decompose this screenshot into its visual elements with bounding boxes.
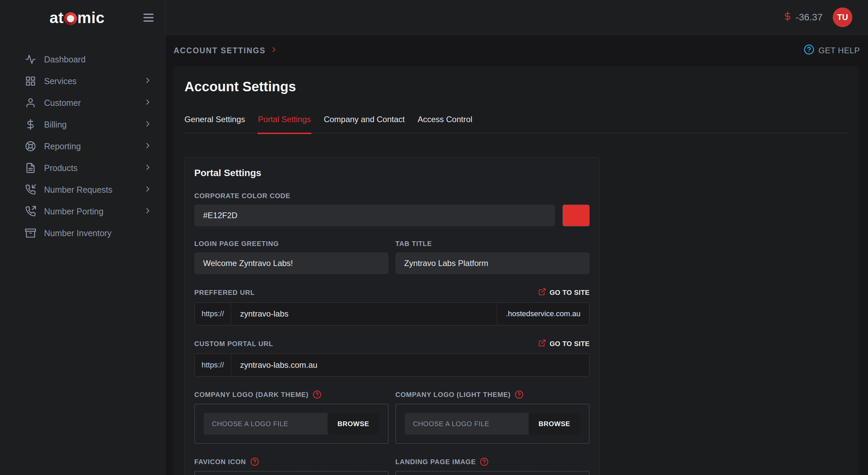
tab-title-label: TAB TITLE	[395, 240, 590, 248]
logo-text-left: at	[50, 8, 64, 27]
sidebar-header: at mic	[0, 0, 165, 35]
sidebar-nav: Dashboard Services Customer Billin	[0, 49, 165, 244]
landing-image-label: LANDING PAGE IMAGE	[395, 458, 476, 466]
file-text-icon	[25, 163, 36, 173]
custom-portal-url-input[interactable]	[231, 354, 589, 376]
help-circle-icon[interactable]	[313, 390, 321, 399]
logo-text-right: mic	[77, 8, 105, 27]
page-title: Account Settings	[184, 79, 848, 94]
chevron-right-icon	[270, 45, 278, 56]
portal-settings-card: Portal Settings CORPORATE COLOR CODE LOG…	[184, 157, 599, 475]
sidebar-item-customer[interactable]: Customer	[0, 92, 165, 114]
url-domain-suffix: .hostedservice.com.au	[497, 303, 589, 325]
company-logo-section: COMPANY LOGO (DARK THEME) CHOOSE A LOGO …	[194, 390, 590, 444]
sidebar-item-number-porting[interactable]: Number Porting	[0, 201, 165, 222]
tab-bar: General Settings Portal Settings Company…	[184, 115, 848, 133]
breadcrumb-label: ACCOUNT SETTINGS	[174, 46, 266, 55]
company-logo-dark-dropzone[interactable]: CHOOSE A LOGO FILE BROWSE	[194, 404, 389, 444]
favicon-dropzone[interactable]: CHOOSE AN ICON FILE BROWSE	[194, 471, 389, 475]
sidebar-item-services[interactable]: Services	[0, 70, 165, 92]
grid-icon	[25, 76, 36, 87]
preferred-url-label: PREFFERED URL	[194, 289, 255, 297]
sidebar-item-number-inventory[interactable]: Number Inventory	[0, 222, 165, 244]
custom-url-go-to-site-link[interactable]: GO TO SITE	[538, 339, 590, 349]
tab-title-input[interactable]	[395, 252, 590, 274]
company-logo-dark-label: COMPANY LOGO (DARK THEME)	[194, 391, 309, 399]
chevron-right-icon	[143, 119, 152, 130]
account-balance[interactable]: -36.37	[783, 12, 823, 23]
chevron-right-icon	[143, 76, 152, 86]
custom-portal-url-section: CUSTOM PORTAL URL GO TO SITE https://	[194, 339, 590, 377]
archive-icon	[25, 228, 36, 239]
custom-portal-url-label: CUSTOM PORTAL URL	[194, 340, 273, 348]
corporate-color-section: CORPORATE COLOR CODE	[194, 192, 590, 226]
company-logo-dark-field-group: COMPANY LOGO (DARK THEME) CHOOSE A LOGO …	[194, 390, 389, 444]
landing-image-field-group: LANDING PAGE IMAGE CHOOSE AN IMAGE FILE …	[395, 457, 590, 475]
custom-portal-url-group: https://	[194, 354, 590, 377]
sidebar-item-billing[interactable]: Billing	[0, 114, 165, 135]
file-placeholder: CHOOSE A LOGO FILE	[204, 413, 328, 435]
chevron-right-icon	[143, 141, 152, 151]
color-swatch[interactable]	[563, 205, 590, 226]
phone-incoming-icon	[25, 184, 36, 195]
tab-title-field-group: TAB TITLE	[395, 240, 590, 274]
app-root: at mic Dashboard Services	[0, 0, 868, 475]
help-circle-icon[interactable]	[250, 457, 259, 466]
get-help-label: GET HELP	[818, 46, 860, 55]
landing-image-dropzone[interactable]: CHOOSE AN IMAGE FILE BROWSE	[395, 471, 590, 475]
sidebar-item-products[interactable]: Products	[0, 157, 165, 179]
card-title: Portal Settings	[194, 168, 590, 178]
topbar: -36.37 TU	[165, 0, 868, 35]
chevron-right-icon	[143, 163, 152, 173]
dollar-icon	[783, 12, 792, 23]
content-panel: Account Settings General Settings Portal…	[173, 66, 859, 475]
browse-button[interactable]: BROWSE	[529, 413, 580, 435]
tab-company-and-contact[interactable]: Company and Contact	[324, 115, 405, 124]
preferred-url-input[interactable]	[231, 303, 497, 325]
sidebar-item-reporting[interactable]: Reporting	[0, 135, 165, 157]
user-icon	[25, 97, 36, 108]
activity-icon	[25, 54, 36, 65]
preferred-url-group: https:// .hostedservice.com.au	[194, 302, 590, 325]
sidebar-item-dashboard[interactable]: Dashboard	[0, 49, 165, 70]
external-link-icon	[538, 339, 546, 349]
greeting-tabtitle-section: LOGIN PAGE GREETING TAB TITLE	[194, 240, 590, 274]
phone-outgoing-icon	[25, 206, 36, 217]
tab-portal-settings[interactable]: Portal Settings	[258, 115, 311, 124]
brand-logo[interactable]: at mic	[50, 8, 105, 27]
browse-button[interactable]: BROWSE	[328, 413, 379, 435]
login-greeting-input[interactable]	[194, 252, 389, 274]
hamburger-icon	[143, 14, 154, 15]
login-greeting-label: LOGIN PAGE GREETING	[194, 240, 389, 248]
sidebar-item-number-requests[interactable]: Number Requests	[0, 179, 165, 201]
help-circle-icon	[804, 44, 814, 57]
menu-toggle-button[interactable]	[143, 12, 154, 24]
company-logo-light-dropzone[interactable]: CHOOSE A LOGO FILE BROWSE	[395, 404, 590, 444]
favicon-label: FAVICON ICON	[194, 458, 246, 466]
logo-swirl-o-icon	[64, 12, 77, 25]
tab-general-settings[interactable]: General Settings	[184, 115, 245, 124]
avatar[interactable]: TU	[833, 7, 852, 27]
sidebar: at mic Dashboard Services	[0, 0, 165, 475]
url-scheme-prefix: https://	[195, 354, 231, 376]
chevron-right-icon	[143, 206, 152, 216]
breadcrumb[interactable]: ACCOUNT SETTINGS	[174, 45, 278, 56]
file-placeholder: CHOOSE A LOGO FILE	[405, 413, 529, 435]
dollar-icon	[25, 119, 36, 130]
chevron-right-icon	[143, 98, 152, 108]
breadcrumb-row: ACCOUNT SETTINGS GET HELP	[165, 35, 868, 66]
corporate-color-input[interactable]	[194, 205, 555, 226]
login-greeting-field-group: LOGIN PAGE GREETING	[194, 240, 389, 274]
favicon-field-group: FAVICON ICON CHOOSE AN ICON FILE BROWSE	[194, 457, 389, 475]
balance-amount: -36.37	[796, 12, 823, 23]
company-logo-light-label: COMPANY LOGO (LIGHT THEME)	[395, 391, 511, 399]
chevron-right-icon	[143, 185, 152, 195]
help-circle-icon[interactable]	[515, 390, 524, 399]
get-help-button[interactable]: GET HELP	[804, 44, 860, 57]
preferred-url-go-to-site-link[interactable]: GO TO SITE	[538, 288, 590, 298]
help-circle-icon[interactable]	[480, 457, 489, 466]
company-logo-light-field-group: COMPANY LOGO (LIGHT THEME) CHOOSE A LOGO…	[395, 390, 590, 444]
url-scheme-prefix: https://	[195, 303, 231, 325]
favicon-landing-section: FAVICON ICON CHOOSE AN ICON FILE BROWSE	[194, 457, 590, 475]
tab-access-control[interactable]: Access Control	[418, 115, 472, 124]
